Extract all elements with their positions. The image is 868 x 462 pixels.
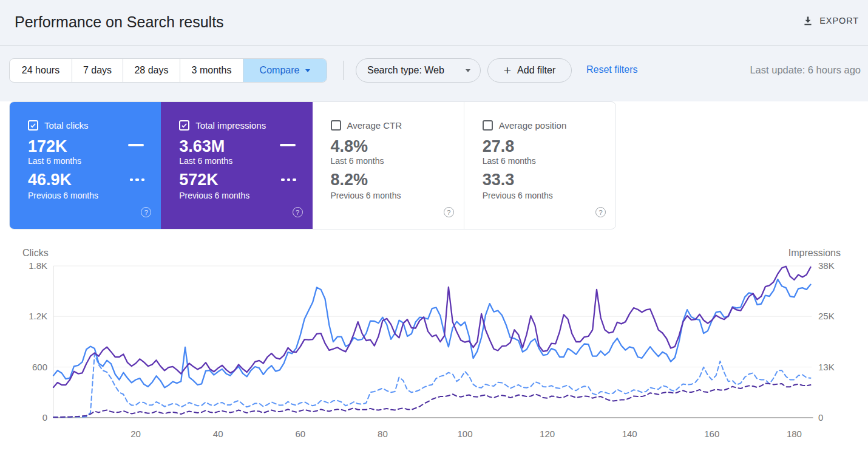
filter-divider	[343, 61, 344, 80]
average-position-checkbox[interactable]	[483, 120, 493, 131]
add-filter-button[interactable]: + Add filter	[487, 58, 572, 83]
card-title: Total impressions	[195, 120, 266, 131]
x-axis-tick: 60	[295, 429, 305, 439]
tab-28-days[interactable]: 28 days	[123, 59, 180, 82]
compare-label: Compare	[260, 59, 300, 82]
tab-compare[interactable]: Compare	[243, 59, 327, 82]
plus-icon: +	[504, 64, 511, 76]
impressions-prev-value: 572K	[179, 171, 219, 189]
clicks-prev-value: 46.9K	[28, 171, 72, 189]
help-icon[interactable]: ?	[293, 207, 303, 217]
chevron-down-icon	[305, 69, 310, 72]
card-title: Average CTR	[347, 120, 402, 131]
position-last-value: 27.8	[483, 137, 515, 156]
ctr-last-period: Last 6 months	[331, 156, 384, 166]
impressions-prev-period: Previous 6 months	[179, 191, 249, 200]
right-axis-tick: 38K	[818, 260, 835, 271]
ctr-prev-value: 8.2%	[331, 171, 368, 189]
search-type-dropdown[interactable]: Search type: Web	[356, 58, 481, 83]
x-axis-tick: 180	[787, 429, 802, 439]
metric-cards: Total clicks 172K Last 6 months 46.9K Pr…	[9, 101, 616, 229]
position-prev-value: 33.3	[483, 171, 515, 189]
tab-7-days[interactable]: 7 days	[72, 59, 123, 82]
dashed-line-indicator	[281, 178, 296, 181]
left-axis-tick: 600	[32, 362, 47, 372]
ctr-prev-period: Previous 6 months	[331, 191, 401, 200]
help-icon[interactable]: ?	[595, 207, 606, 217]
impressions-last-period: Last 6 months	[179, 156, 232, 166]
clicks-last-value: 172K	[28, 137, 67, 156]
help-icon[interactable]: ?	[444, 207, 454, 217]
card-total-clicks[interactable]: Total clicks 172K Last 6 months 46.9K Pr…	[10, 102, 161, 229]
clicks-last-period: Last 6 months	[28, 156, 81, 166]
performance-chart[interactable]: 06001.2K1.8K013K25K38K204060801001201401…	[0, 243, 868, 449]
add-filter-label: Add filter	[517, 65, 555, 76]
impressions-last-value: 3.63M	[179, 137, 225, 156]
x-axis-tick: 120	[540, 429, 555, 439]
header-divider	[0, 46, 868, 46]
chart-line-1	[53, 279, 811, 387]
position-last-period: Last 6 months	[483, 156, 536, 166]
search-type-label: Search type: Web	[367, 65, 444, 76]
date-range-control: 24 hours 7 days 28 days 3 months Compare	[9, 58, 327, 83]
left-axis-tick: 1.8K	[29, 260, 47, 271]
clicks-prev-period: Previous 6 months	[28, 191, 98, 200]
card-average-position[interactable]: Average position 27.8 Last 6 months 33.3…	[464, 102, 615, 229]
x-axis-tick: 40	[213, 429, 223, 439]
tab-3-months[interactable]: 3 months	[180, 59, 243, 82]
chart-line-4	[53, 383, 811, 417]
right-axis-tick: 0	[818, 412, 823, 423]
x-axis-tick: 100	[457, 429, 472, 439]
page-title: Performance on Search results	[15, 13, 224, 31]
x-axis-tick: 20	[131, 429, 141, 439]
card-title: Average position	[499, 120, 566, 131]
average-ctr-checkbox[interactable]	[331, 120, 341, 131]
position-prev-period: Previous 6 months	[483, 191, 553, 200]
reset-filters-link[interactable]: Reset filters	[586, 64, 637, 75]
download-icon	[802, 15, 813, 26]
card-total-impressions[interactable]: Total impressions 3.63M Last 6 months 57…	[161, 102, 312, 229]
ctr-last-value: 4.8%	[331, 137, 368, 156]
dashed-line-indicator	[130, 178, 145, 181]
x-axis-tick: 80	[378, 429, 388, 439]
chart-line-2	[53, 267, 811, 387]
export-button[interactable]: EXPORT	[802, 15, 859, 26]
left-axis-tick: 1.2K	[29, 311, 47, 321]
total-impressions-checkbox[interactable]	[179, 120, 189, 131]
chevron-down-icon	[466, 69, 470, 72]
right-axis-tick: 13K	[818, 362, 835, 372]
left-axis-tick: 0	[42, 412, 47, 423]
help-icon[interactable]: ?	[141, 207, 151, 217]
tab-24-hours[interactable]: 24 hours	[10, 59, 72, 82]
total-clicks-checkbox[interactable]	[28, 120, 38, 131]
export-label: EXPORT	[819, 16, 859, 25]
last-update-text: Last update: 6 hours ago	[750, 64, 861, 76]
x-axis-tick: 160	[704, 429, 719, 439]
solid-line-indicator	[128, 144, 144, 146]
right-axis-tick: 25K	[818, 311, 835, 321]
card-average-ctr[interactable]: Average CTR 4.8% Last 6 months 8.2% Prev…	[313, 102, 464, 229]
solid-line-indicator	[280, 144, 296, 146]
card-title: Total clicks	[44, 120, 89, 131]
x-axis-tick: 140	[622, 429, 637, 439]
